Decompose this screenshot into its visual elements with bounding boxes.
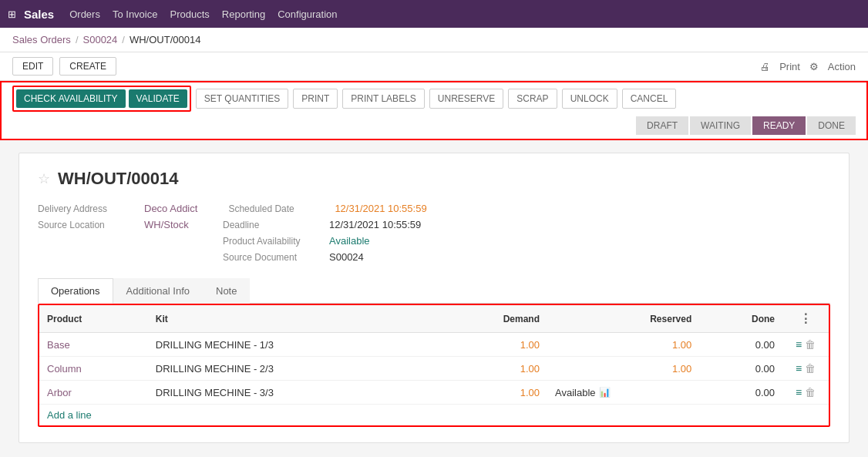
nav-products[interactable]: Products xyxy=(170,8,209,20)
detail-icon[interactable]: ≡ xyxy=(796,338,802,351)
form-row-3: Product Availability Available xyxy=(38,235,830,247)
add-line-button[interactable]: Add a line xyxy=(39,405,99,425)
cell-reserved: 1.00 xyxy=(547,333,699,357)
print-label[interactable]: Print xyxy=(779,61,800,72)
operations-table-wrapper: Product Kit Demand Reserved Done ⋮ BaseD… xyxy=(38,304,830,427)
breadcrumb-current: WH/OUT/00014 xyxy=(130,34,200,45)
cell-demand: 1.00 xyxy=(436,381,547,405)
tab-additional-info[interactable]: Additional Info xyxy=(113,278,203,304)
spacer-group-2 xyxy=(38,251,192,263)
scheduled-date-label: Scheduled Date xyxy=(228,203,328,214)
status-done[interactable]: DONE xyxy=(807,116,856,135)
action-bar-right: 🖨 Print ⚙ Action xyxy=(760,61,856,72)
table-row: ArborDRILLING MECHINE - 3/31.00Available… xyxy=(39,381,829,405)
tab-note[interactable]: Note xyxy=(203,278,250,304)
col-demand: Demand xyxy=(436,305,547,333)
cell-done: 0.00 xyxy=(699,357,782,381)
breadcrumb: Sales Orders / S00024 / WH/OUT/00014 xyxy=(0,28,868,52)
delete-icon[interactable]: 🗑 xyxy=(805,362,816,375)
cell-product[interactable]: Column xyxy=(39,357,148,381)
app-grid-icon[interactable]: ⊞ xyxy=(8,8,16,20)
unlock-button[interactable]: UNLOCK xyxy=(562,89,617,109)
col-kit: Kit xyxy=(148,305,436,333)
product-availability-value: Available xyxy=(329,235,370,247)
deadline-label: Deadline xyxy=(223,220,323,230)
validate-button[interactable]: VALIDATE xyxy=(129,89,187,108)
tab-operations[interactable]: Operations xyxy=(38,278,113,304)
highlighted-buttons: CHECK AVAILABILITY VALIDATE xyxy=(12,86,191,112)
cell-demand: 1.00 xyxy=(436,333,547,357)
cell-actions: ≡ 🗑 xyxy=(782,333,829,357)
cell-reserved: 1.00 xyxy=(547,357,699,381)
app-name[interactable]: Sales xyxy=(24,8,54,21)
cell-kit: DRILLING MECHINE - 1/3 xyxy=(148,333,436,357)
status-draft[interactable]: DRAFT xyxy=(636,116,688,135)
main-card: ☆ WH/OUT/00014 Delivery Address Deco Add… xyxy=(19,153,849,443)
breadcrumb-sep-1: / xyxy=(76,34,79,45)
print-button[interactable]: PRINT xyxy=(293,89,338,109)
operations-table: Product Kit Demand Reserved Done ⋮ BaseD… xyxy=(39,305,829,405)
cancel-button[interactable]: CANCEL xyxy=(622,89,677,109)
table-header-row: Product Kit Demand Reserved Done ⋮ xyxy=(39,305,829,333)
scheduled-date-group: Scheduled Date 12/31/2021 10:55:59 xyxy=(228,203,426,214)
delete-icon[interactable]: 🗑 xyxy=(805,386,816,398)
nav-orders[interactable]: Orders xyxy=(69,8,100,20)
source-document-label: Source Document xyxy=(223,252,323,263)
deadline-value: 12/31/2021 10:55:59 xyxy=(329,219,421,230)
scrap-button[interactable]: SCRAP xyxy=(508,89,557,109)
col-done: Done xyxy=(699,305,782,333)
action-bar-left: EDIT CREATE xyxy=(12,57,116,76)
cell-reserved: Available 📊 xyxy=(547,381,699,405)
spacer-group xyxy=(38,235,192,247)
source-document-value: S00024 xyxy=(329,251,364,263)
check-availability-button[interactable]: CHECK AVAILABILITY xyxy=(16,89,126,108)
cell-demand: 1.00 xyxy=(436,357,547,381)
scheduled-date-value: 12/31/2021 10:55:59 xyxy=(335,203,426,214)
status-pipeline: DRAFT WAITING READY DONE xyxy=(636,116,856,135)
col-reserved: Reserved xyxy=(547,305,699,333)
delivery-address-label: Delivery Address xyxy=(38,203,138,214)
action-bar: EDIT CREATE 🖨 Print ⚙ Action xyxy=(0,52,868,81)
cell-product[interactable]: Arbor xyxy=(39,381,148,405)
toolbar: CHECK AVAILABILITY VALIDATE SET QUANTITI… xyxy=(0,81,868,140)
unreserve-button[interactable]: UNRESERVE xyxy=(429,89,503,109)
breadcrumb-sales-orders[interactable]: Sales Orders xyxy=(12,34,71,45)
gear-icon: ⚙ xyxy=(809,61,819,72)
topbar: ⊞ Sales Orders To Invoice Products Repor… xyxy=(0,0,868,28)
cell-actions: ≡ 🗑 xyxy=(782,381,829,405)
table-row: ColumnDRILLING MECHINE - 2/31.001.000.00… xyxy=(39,357,829,381)
content: ☆ WH/OUT/00014 Delivery Address Deco Add… xyxy=(0,140,868,455)
form-row-2: Source Location WH/Stock Deadline 12/31/… xyxy=(38,219,830,230)
delivery-address-value[interactable]: Deco Addict xyxy=(144,203,197,214)
print-labels-button[interactable]: PRINT LABELS xyxy=(342,89,424,109)
detail-icon[interactable]: ≡ xyxy=(796,362,802,375)
deadline-group: Deadline 12/31/2021 10:55:59 xyxy=(223,219,421,230)
nav-configuration[interactable]: Configuration xyxy=(278,8,337,20)
star-icon[interactable]: ☆ xyxy=(38,170,50,187)
product-availability-group: Product Availability Available xyxy=(223,235,377,247)
delete-icon[interactable]: 🗑 xyxy=(805,338,816,351)
col-more[interactable]: ⋮ xyxy=(782,305,829,333)
cell-product[interactable]: Base xyxy=(39,333,148,357)
product-availability-label: Product Availability xyxy=(223,236,323,247)
delivery-address-group: Delivery Address Deco Addict xyxy=(38,203,197,214)
nav-reporting[interactable]: Reporting xyxy=(222,8,265,20)
source-location-label: Source Location xyxy=(38,220,138,230)
cell-done: 0.00 xyxy=(699,333,782,357)
create-button[interactable]: CREATE xyxy=(59,57,116,76)
set-quantities-button[interactable]: SET QUANTITIES xyxy=(196,89,288,109)
action-label[interactable]: Action xyxy=(828,61,856,72)
status-waiting[interactable]: WAITING xyxy=(690,116,751,135)
breadcrumb-s00024[interactable]: S00024 xyxy=(83,34,118,45)
tabs: Operations Additional Info Note xyxy=(38,278,830,304)
nav-to-invoice[interactable]: To Invoice xyxy=(113,8,158,20)
cell-actions: ≡ 🗑 xyxy=(782,357,829,381)
status-ready[interactable]: READY xyxy=(752,116,806,135)
detail-icon[interactable]: ≡ xyxy=(796,386,802,398)
edit-button[interactable]: EDIT xyxy=(12,57,53,76)
source-location-value[interactable]: WH/Stock xyxy=(144,219,189,230)
doc-title: WH/OUT/00014 xyxy=(58,169,179,189)
card-title: ☆ WH/OUT/00014 xyxy=(38,169,830,189)
source-location-group: Source Location WH/Stock xyxy=(38,219,192,230)
cell-done: 0.00 xyxy=(699,381,782,405)
